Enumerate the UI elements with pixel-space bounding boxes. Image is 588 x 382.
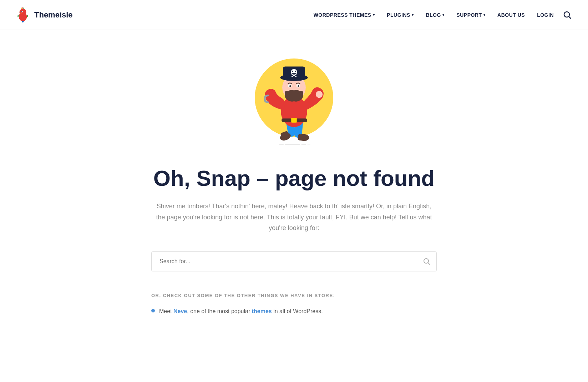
logo-parrot-icon xyxy=(14,6,31,24)
page-title: Oh, Snap – page not found xyxy=(153,165,435,191)
search-button[interactable] xyxy=(417,251,437,271)
chevron-down-icon: ▾ xyxy=(373,13,375,17)
site-header: Themeisle WORDPRESS THEMES ▾ PLUGINS ▾ B… xyxy=(0,0,588,30)
nav-item-about-us[interactable]: ABOUT US xyxy=(492,9,530,21)
chevron-down-icon: ▾ xyxy=(483,13,486,17)
svg-point-25 xyxy=(292,71,293,72)
rec-text: Meet Neve, one of the most popular theme… xyxy=(159,307,323,316)
svg-point-26 xyxy=(295,71,296,72)
main-content: Oh, Snap – page not found Shiver me timb… xyxy=(80,30,508,349)
svg-rect-14 xyxy=(291,118,296,123)
search-container xyxy=(151,251,437,271)
svg-point-3 xyxy=(21,11,22,12)
svg-rect-9 xyxy=(298,134,306,141)
illustration-container xyxy=(244,51,344,151)
main-nav: WORDPRESS THEMES ▾ PLUGINS ▾ BLOG ▾ SUPP… xyxy=(309,9,574,21)
svg-point-1 xyxy=(19,9,26,15)
nav-item-wordpress-themes[interactable]: WORDPRESS THEMES ▾ xyxy=(309,9,380,21)
themes-link[interactable]: themes xyxy=(252,308,272,314)
recommendations-section: OR, CHECK OUT SOME OF THE OTHER THINGS W… xyxy=(151,293,437,320)
logo-text: Themeisle xyxy=(34,10,73,20)
search-icon-button[interactable] xyxy=(561,9,574,21)
search-input[interactable] xyxy=(151,251,437,271)
chevron-down-icon: ▾ xyxy=(442,13,445,17)
pirate-illustration xyxy=(251,51,337,151)
search-icon xyxy=(423,258,430,265)
svg-line-5 xyxy=(569,16,571,19)
search-icon xyxy=(563,11,571,19)
nav-item-blog[interactable]: BLOG ▾ xyxy=(421,9,449,21)
nav-item-plugins[interactable]: PLUGINS ▾ xyxy=(382,9,419,21)
svg-point-21 xyxy=(298,85,299,87)
nav-item-support[interactable]: SUPPORT ▾ xyxy=(451,9,490,21)
svg-line-34 xyxy=(428,263,430,265)
rec-label: OR, CHECK OUT SOME OF THE OTHER THINGS W… xyxy=(151,293,437,298)
svg-point-15 xyxy=(316,91,323,98)
bullet-icon xyxy=(151,309,155,312)
neve-link[interactable]: Neve xyxy=(173,308,187,314)
page-description: Shiver me timbers! Thar's nothin' here, … xyxy=(151,201,437,234)
svg-point-20 xyxy=(289,85,291,87)
nav-item-login[interactable]: LOGIN xyxy=(532,9,559,21)
logo-link[interactable]: Themeisle xyxy=(14,6,73,24)
list-item: Meet Neve, one of the most popular theme… xyxy=(151,307,437,316)
chevron-down-icon: ▾ xyxy=(412,13,414,17)
